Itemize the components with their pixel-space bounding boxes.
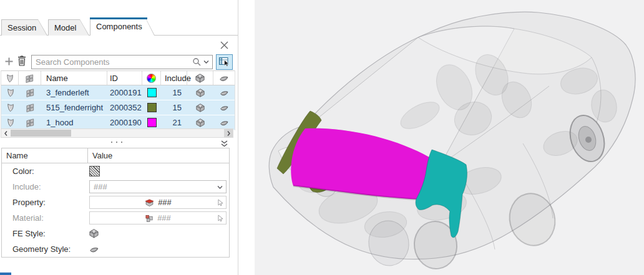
- surface-shell-icon: [6, 103, 15, 112]
- component-geometry-style-cell[interactable]: [213, 120, 235, 126]
- tab-components[interactable]: Components: [90, 17, 155, 36]
- delete-component-button[interactable]: [17, 55, 27, 67]
- car-model-render: [255, 0, 644, 275]
- mesh-grid-icon: [26, 103, 35, 112]
- column-header-surface[interactable]: [1, 71, 19, 85]
- table-row[interactable]: 3_fenderleft 2000191 15: [1, 85, 235, 100]
- cursor-arrow-icon: [218, 199, 223, 206]
- color-swatch[interactable]: [147, 118, 157, 127]
- table-row[interactable]: 515_fenderright 2000352 15: [1, 100, 235, 115]
- collapse-section-button[interactable]: [221, 138, 228, 146]
- include-dropdown[interactable]: ###: [89, 180, 227, 193]
- component-geometry-style-cell[interactable]: [213, 90, 235, 96]
- component-id[interactable]: 2000191: [107, 88, 142, 97]
- surface-shell-icon: [5, 74, 14, 83]
- tab-session[interactable]: Session: [1, 19, 47, 36]
- color-swatch[interactable]: [147, 103, 157, 112]
- geometry-shell-icon: [219, 75, 229, 82]
- component-name[interactable]: 3_fenderleft: [41, 88, 107, 97]
- plus-icon: [4, 57, 14, 66]
- component-id[interactable]: 2000352: [107, 103, 142, 112]
- search-input[interactable]: [32, 57, 192, 67]
- geometry-shell-icon[interactable]: [89, 246, 99, 253]
- component-name[interactable]: 1_hood: [41, 118, 107, 127]
- row-mesh-icon-cell[interactable]: [19, 118, 41, 127]
- fe-cube-icon: [196, 118, 205, 127]
- property-row-geometry-style: Geometry Style:: [2, 241, 229, 257]
- property-row-property: Property: ###: [2, 195, 229, 210]
- component-geometry-style-cell[interactable]: [213, 105, 235, 111]
- column-header-name[interactable]: Name: [41, 71, 107, 85]
- surface-shell-icon: [6, 88, 15, 97]
- row-mesh-icon-cell[interactable]: [19, 103, 41, 112]
- component-include[interactable]: 21: [161, 118, 187, 127]
- mesh-grid-icon: [26, 118, 35, 127]
- material-cubes-icon: [145, 214, 154, 223]
- geometry-style-label: Geometry Style:: [2, 244, 89, 254]
- color-swatch[interactable]: [147, 88, 157, 97]
- mixed-color-swatch[interactable]: [89, 166, 100, 176]
- cursor-arrow-icon: [218, 215, 223, 222]
- component-fe-style-cell[interactable]: [187, 118, 213, 127]
- scroll-right-arrow[interactable]: [224, 129, 233, 137]
- column-header-id[interactable]: ID: [107, 71, 142, 85]
- components-table-header: Name ID Include: [1, 70, 235, 85]
- scrollbar-thumb[interactable]: [11, 130, 71, 137]
- component-fe-style-cell[interactable]: [187, 104, 213, 112]
- row-surface-icon-cell[interactable]: [1, 103, 19, 112]
- entity-editor: Name Value Color: Include: ###: [1, 148, 230, 258]
- property-value-header: Value: [88, 151, 229, 160]
- property-picker-field[interactable]: ###: [89, 196, 227, 209]
- search-icons: [192, 57, 212, 67]
- component-color-cell[interactable]: [142, 88, 161, 97]
- component-include[interactable]: 15: [161, 88, 187, 97]
- include-dropdown-value: ###: [90, 182, 217, 191]
- components-table: Name ID Include: [1, 70, 235, 130]
- fe-cube-icon: [196, 104, 205, 112]
- fe-style-label: FE Style:: [2, 229, 89, 238]
- color-label: Color:: [2, 166, 89, 176]
- chevron-down-icon[interactable]: [203, 60, 209, 64]
- column-header-mesh[interactable]: [19, 71, 41, 85]
- column-header-fe-style[interactable]: [187, 71, 213, 85]
- close-panel-button[interactable]: [219, 40, 230, 51]
- add-component-button[interactable]: [4, 57, 14, 66]
- row-mesh-icon-cell[interactable]: [19, 88, 41, 97]
- entity-editor-header: Name Value: [2, 148, 229, 163]
- tab-model[interactable]: Model: [48, 19, 89, 36]
- geometry-shell-icon: [220, 120, 229, 126]
- row-surface-icon-cell[interactable]: [1, 88, 19, 97]
- row-surface-icon-cell[interactable]: [1, 118, 19, 127]
- components-browser-panel: Session Model Components: [0, 0, 238, 275]
- fe-cube-icon: [195, 74, 205, 83]
- property-box-icon: [144, 198, 155, 207]
- component-fe-style-cell[interactable]: [187, 89, 213, 97]
- component-color-cell[interactable]: [142, 118, 161, 127]
- id-header-label: ID: [110, 74, 118, 83]
- column-header-geometry-style[interactable]: [213, 71, 235, 85]
- mesh-grid-icon: [25, 74, 34, 83]
- material-field-value: ###: [157, 213, 171, 223]
- mesh-grid-icon: [26, 88, 35, 97]
- column-header-include[interactable]: Include: [161, 71, 187, 85]
- tab-model-label: Model: [54, 19, 76, 36]
- component-include[interactable]: 15: [161, 103, 187, 112]
- column-selector-button[interactable]: [216, 54, 233, 70]
- scroll-left-arrow[interactable]: [2, 129, 10, 137]
- fe-cube-icon[interactable]: [89, 229, 99, 238]
- component-color-cell[interactable]: [142, 103, 161, 112]
- material-picker-field[interactable]: ###: [89, 211, 227, 224]
- close-x-icon: [220, 41, 229, 50]
- property-row-color: Color:: [2, 163, 229, 179]
- panel-splitter-handle[interactable]: [111, 142, 122, 143]
- chevron-right-icon: [227, 130, 231, 137]
- component-id[interactable]: 2000190: [107, 118, 142, 127]
- column-header-color[interactable]: [142, 71, 161, 85]
- chevron-left-icon: [4, 130, 8, 137]
- graphics-viewport[interactable]: [255, 0, 644, 275]
- component-name[interactable]: 515_fenderright: [41, 103, 107, 112]
- magnifier-icon[interactable]: [192, 57, 202, 67]
- double-chevron-down-icon: [221, 140, 228, 147]
- app-window: Session Model Components: [0, 0, 644, 275]
- horizontal-scrollbar[interactable]: [1, 128, 233, 138]
